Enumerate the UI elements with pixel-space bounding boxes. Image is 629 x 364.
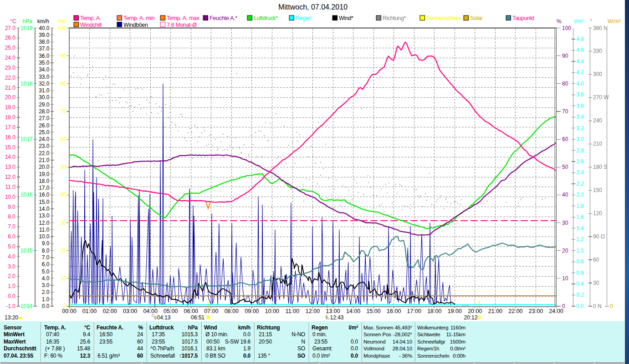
svg-text:07:00: 07:00 <box>204 308 218 314</box>
svg-text:2.0: 2.0 <box>42 289 50 295</box>
svg-text:9.0: 9.0 <box>42 240 50 247</box>
svg-text:km/h: km/h <box>37 18 49 25</box>
svg-text:1.0: 1.0 <box>576 248 584 254</box>
svg-text:210: 210 <box>593 141 602 147</box>
svg-text:11:00: 11:00 <box>286 308 299 314</box>
svg-text:23:55: 23:55 <box>152 339 165 345</box>
svg-text:30: 30 <box>562 220 568 226</box>
svg-text:- 36%: - 36% <box>399 353 412 359</box>
svg-text:0.8: 0.8 <box>576 258 584 265</box>
svg-text:1017.5: 1017.5 <box>181 339 198 345</box>
svg-text:Regen/1h: Regen/1h <box>417 346 439 351</box>
svg-text:17:35: 17:35 <box>152 331 165 338</box>
svg-text:21:00: 21:00 <box>488 308 502 314</box>
svg-text:3.0: 3.0 <box>42 282 50 288</box>
svg-text:Luftdruck: Luftdruck <box>149 324 174 331</box>
svg-text:1.0: 1.0 <box>8 283 15 289</box>
svg-text:9.0: 9.0 <box>8 204 15 210</box>
svg-text:↑1017.5: ↑1017.5 <box>179 353 198 359</box>
svg-text:Max. Sonnen: Max. Sonnen <box>363 325 394 330</box>
svg-text:15:00: 15:00 <box>366 308 380 314</box>
svg-text:Mondphase: Mondphase <box>363 353 390 359</box>
svg-text:25.0: 25.0 <box>39 129 50 136</box>
svg-text:Temp. A. min: Temp. A. min <box>123 15 154 21</box>
svg-text:0.0: 0.0 <box>243 353 251 359</box>
svg-text:l/m²: l/m² <box>348 324 358 331</box>
svg-text:Feuchte A.: Feuchte A. <box>97 324 123 331</box>
svg-text:8.0: 8.0 <box>8 213 15 220</box>
svg-text:05:00: 05:00 <box>164 308 178 314</box>
svg-text:16:50: 16:50 <box>99 331 113 338</box>
svg-text:22.0: 22.0 <box>39 150 50 157</box>
svg-text:1014: 1014 <box>20 303 33 309</box>
svg-text:0.0: 0.0 <box>351 345 358 352</box>
svg-text:20:00: 20:00 <box>468 308 482 314</box>
svg-text:23.0: 23.0 <box>5 65 16 71</box>
svg-text:17.0: 17.0 <box>5 124 16 131</box>
svg-text:0.6: 0.6 <box>576 270 584 276</box>
svg-text:1.9: 1.9 <box>243 345 251 352</box>
svg-text:300: 300 <box>593 71 602 77</box>
svg-text:03:00: 03:00 <box>123 308 137 314</box>
svg-text:6.0: 6.0 <box>42 261 50 268</box>
svg-text:3.2: 3.2 <box>576 125 584 131</box>
svg-text:Richtung: Richtung <box>257 324 280 331</box>
svg-text:135 °: 135 ° <box>258 353 271 359</box>
svg-text:1500m: 1500m <box>450 339 465 344</box>
svg-text:23.0: 23.0 <box>39 143 50 149</box>
svg-text:14.04.10: 14.04.10 <box>393 339 412 344</box>
svg-text:12.0: 12.0 <box>39 220 50 226</box>
svg-text:70: 70 <box>562 108 568 115</box>
svg-text:34.0: 34.0 <box>39 66 50 73</box>
svg-text:1016: 1016 <box>20 192 33 198</box>
svg-text:12:43: 12:43 <box>330 314 344 321</box>
svg-text:3.4: 3.4 <box>576 114 584 120</box>
svg-text:Schneefall: Schneefall <box>150 353 175 359</box>
svg-text:1.0: 1.0 <box>42 296 50 303</box>
svg-text:11.0: 11.0 <box>5 184 16 190</box>
svg-text:N: N <box>302 339 305 345</box>
svg-text:25.6: 25.6 <box>80 339 90 345</box>
svg-text:20.0: 20.0 <box>39 164 50 170</box>
svg-text:240: 240 <box>593 117 602 124</box>
svg-text:Mittwoch, 07.04.2010: Mittwoch, 07.04.2010 <box>278 3 348 11</box>
svg-text:15.0: 15.0 <box>39 199 50 205</box>
svg-text:Regen: Regen <box>296 15 312 21</box>
svg-text:0.0: 0.0 <box>8 293 15 299</box>
svg-text:Sonnenschein: Sonnenschein <box>417 353 450 359</box>
svg-text:0 Bft SO: 0 Bft SO <box>205 353 225 359</box>
svg-text:80: 80 <box>562 81 568 87</box>
svg-text:60: 60 <box>61 136 67 142</box>
svg-text:hPa: hPa <box>188 324 198 331</box>
svg-text:31.0: 31.0 <box>39 87 50 94</box>
svg-text:36.0: 36.0 <box>39 53 50 59</box>
svg-text:3.8: 3.8 <box>576 91 584 98</box>
svg-text:Temp. A.: Temp. A. <box>80 15 101 21</box>
svg-text:Richtung*: Richtung* <box>383 15 406 21</box>
svg-text:0 N: 0 N <box>593 303 602 309</box>
svg-text:4.4: 4.4 <box>576 58 584 65</box>
svg-text:24.0: 24.0 <box>5 55 16 61</box>
svg-text:100: 100 <box>562 25 571 31</box>
svg-text:hPa: hPa <box>23 18 33 25</box>
svg-text:F: 60 %: F: 60 % <box>44 353 62 359</box>
svg-text:13.0: 13.0 <box>39 212 50 219</box>
svg-text:Sichtweite: Sichtweite <box>417 332 440 337</box>
svg-text:4.0: 4.0 <box>8 253 15 260</box>
svg-text:35.0: 35.0 <box>39 60 50 66</box>
svg-text:12.0: 12.0 <box>5 174 16 180</box>
svg-text:°: ° <box>590 18 592 25</box>
svg-text:0.0: 0.0 <box>243 331 251 338</box>
svg-text:0.2: 0.2 <box>576 292 584 298</box>
svg-text:Taupunkt: Taupunkt <box>512 15 535 21</box>
svg-text:1017: 1017 <box>20 136 33 142</box>
svg-text:10.0: 10.0 <box>5 194 16 200</box>
svg-text:39.0: 39.0 <box>39 32 50 38</box>
svg-text:Durchschnitt: Durchschnitt <box>4 345 36 352</box>
svg-text:0 min.: 0 min. <box>312 331 327 338</box>
svg-text:4.8: 4.8 <box>576 36 584 42</box>
svg-text:MaxWert: MaxWert <box>4 339 26 345</box>
svg-text:44: 44 <box>137 345 143 352</box>
svg-text:00:50: 00:50 <box>206 339 220 345</box>
svg-text:4.0: 4.0 <box>42 275 50 282</box>
